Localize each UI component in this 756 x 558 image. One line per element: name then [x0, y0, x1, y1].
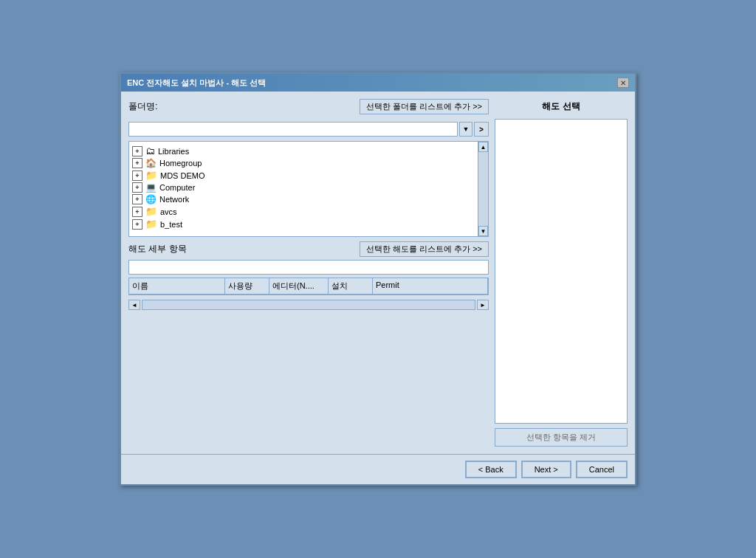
scroll-up-button[interactable]: ▲ — [478, 142, 488, 152]
main-window: ENC 전자해도 설치 마법사 - 해도 선택 ✕ 폴더명: 선택한 폴더를 리… — [120, 72, 636, 486]
folder-label: 폴더명: — [128, 100, 157, 113]
back-button[interactable]: < Back — [465, 461, 517, 478]
avcs-icon — [145, 206, 157, 217]
details-section: 해도 세부 항목 선택한 해도를 리스트에 추가 >> 이름 사용량 에디터(N… — [128, 241, 489, 310]
selected-charts-area — [495, 119, 628, 424]
combo-dropdown-button[interactable]: ▼ — [459, 122, 472, 137]
h-scroll-left-button[interactable]: ◄ — [128, 300, 140, 310]
col-header-editor: 에디터(N.... — [269, 278, 329, 294]
content-area: 폴더명: 선택한 폴더를 리스트에 추가 >> ▼ > + Libraries — [121, 92, 635, 454]
expand-icon[interactable]: + — [132, 182, 142, 193]
tree-item[interactable]: + avcs — [131, 205, 476, 218]
tree-item[interactable]: + Homegroup — [131, 157, 476, 169]
libraries-icon — [145, 145, 155, 156]
tree-item-label: Libraries — [158, 147, 189, 156]
folder-row: 폴더명: 선택한 폴더를 리스트에 추가 >> — [128, 99, 489, 114]
tree-item-label: Computer — [159, 183, 195, 192]
network-icon — [145, 194, 157, 204]
expand-icon[interactable]: + — [132, 219, 142, 230]
tree-item-label: b_test — [160, 220, 182, 229]
col-header-install: 설치 — [329, 278, 373, 294]
tree-item-label: Homegroup — [159, 159, 202, 168]
tree-scrollbar: ▲ ▼ — [478, 142, 488, 236]
expand-icon[interactable]: + — [132, 146, 142, 156]
add-chart-button[interactable]: 선택한 해도를 리스트에 추가 >> — [360, 241, 489, 257]
col-header-usage: 사용량 — [225, 278, 269, 294]
scroll-track — [478, 152, 488, 226]
tree-item-label: Network — [159, 195, 189, 204]
col-header-permit: Permit — [373, 278, 488, 294]
h-scroll-track — [142, 300, 475, 310]
navigate-button[interactable]: > — [474, 122, 489, 137]
h-scroll-right-button[interactable]: ► — [477, 300, 489, 310]
tree-item[interactable]: + Network — [131, 193, 476, 205]
left-panel: 폴더명: 선택한 폴더를 리스트에 추가 >> ▼ > + Libraries — [128, 99, 489, 447]
remove-selected-button[interactable]: 선택한 항목을 제거 — [495, 428, 628, 447]
tree-items-list: + Libraries + Homegroup + MDS DEMO — [129, 142, 488, 233]
right-panel-title: 해도 선택 — [495, 99, 628, 114]
tree-item-label: avcs — [160, 207, 177, 216]
table-header: 이름 사용량 에디터(N.... 설치 Permit — [129, 278, 488, 294]
expand-icon[interactable]: + — [132, 194, 142, 204]
chart-search-input[interactable] — [128, 260, 489, 275]
footer: < Back Next > Cancel — [121, 454, 635, 484]
mds-icon — [145, 170, 157, 181]
folder-tree: + Libraries + Homegroup + MDS DEMO — [128, 141, 489, 237]
next-button[interactable]: Next > — [521, 461, 571, 478]
btest-icon — [145, 218, 157, 230]
chart-table: 이름 사용량 에디터(N.... 설치 Permit — [128, 278, 489, 295]
add-folder-button[interactable]: 선택한 폴더를 리스트에 추가 >> — [360, 99, 489, 114]
computer-icon — [145, 182, 157, 193]
window-title: ENC 전자해도 설치 마법사 - 해도 선택 — [127, 78, 266, 89]
chevron-down-icon: ▼ — [463, 125, 470, 133]
combo-row: ▼ > — [128, 122, 489, 137]
close-button[interactable]: ✕ — [617, 78, 629, 88]
tree-item[interactable]: + b_test — [131, 218, 476, 230]
cancel-button[interactable]: Cancel — [576, 461, 628, 478]
homegroup-icon — [145, 158, 157, 168]
expand-icon[interactable]: + — [132, 207, 142, 217]
folder-path-input[interactable] — [128, 122, 458, 137]
tree-item[interactable]: + MDS DEMO — [131, 169, 476, 182]
expand-icon[interactable]: + — [132, 158, 142, 168]
expand-icon[interactable]: + — [132, 170, 142, 181]
details-label: 해도 세부 항목 — [128, 243, 187, 255]
col-header-name: 이름 — [129, 278, 225, 294]
tree-item[interactable]: + Libraries — [131, 145, 476, 157]
right-panel: 해도 선택 선택한 항목을 제거 — [495, 99, 628, 447]
horizontal-scrollbar: ◄ ► — [128, 300, 489, 310]
title-bar: ENC 전자해도 설치 마법사 - 해도 선택 ✕ — [121, 74, 635, 92]
scroll-down-button[interactable]: ▼ — [478, 226, 488, 236]
tree-item[interactable]: + Computer — [131, 182, 476, 193]
tree-item-label: MDS DEMO — [160, 171, 205, 180]
details-header-row: 해도 세부 항목 선택한 해도를 리스트에 추가 >> — [128, 241, 489, 257]
